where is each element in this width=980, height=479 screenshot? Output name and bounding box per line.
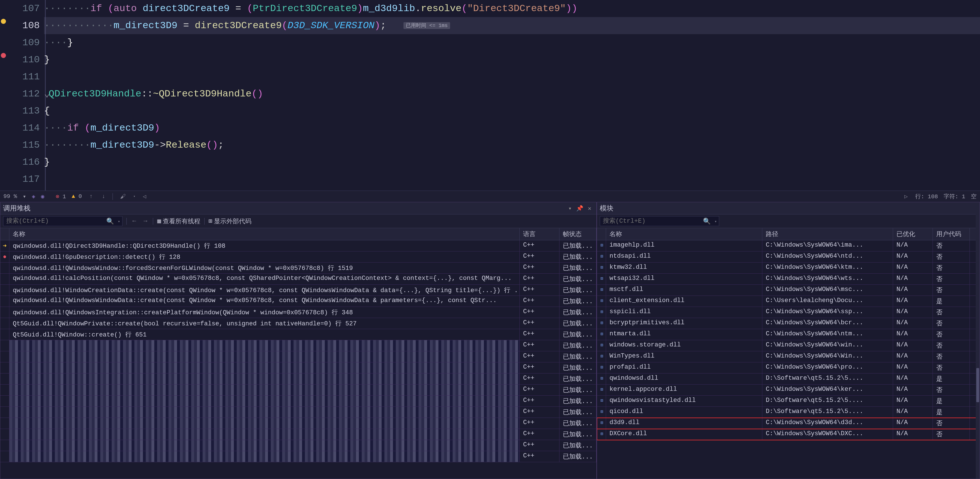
col-header-lang[interactable]: 语言 [520,228,560,240]
code-content[interactable]: ········if (auto direct3DCreate9 = (PtrD… [44,0,980,191]
callstack-row[interactable]: C++已加载... [0,418,597,429]
line-number: 114 [7,120,40,137]
fold-arrow-icon[interactable]: ⌄ [44,85,49,102]
callstack-row[interactable]: qwindowsd.dll!QWindowsIntegration::creat… [0,307,597,318]
callstack-row[interactable]: C++已加载... [0,374,597,385]
module-name: kernel.appcore.dll [606,385,762,395]
code-editor[interactable]: 107108109110111112113114115116117 ······… [0,0,980,191]
member-direct3d9[interactable]: m_direct3D9 [91,123,154,133]
callstack-row[interactable]: qwindowsd.dll!QWindowsWindow::forcedScre… [0,263,597,274]
module-row[interactable]: ⊞bcryptprimitives.dllC:\Windows\SysWOW64… [597,318,980,329]
module-row[interactable]: ⊞wtsapi32.dllC:\Windows\SysWOW64\wts...N… [597,274,980,285]
module-row[interactable]: ⊞qwindowsd.dllD:\Software\qt5.15.2\5....… [597,374,980,385]
nav-back-icon[interactable]: ← [131,217,138,225]
callstack-row[interactable]: C++已加载... [0,429,597,440]
module-row[interactable]: ⊞client_extension.dllC:\Users\lealcheng\… [597,296,980,307]
module-row[interactable]: ⊞profapi.dllC:\Windows\SysWOW64\pro...N/… [597,362,980,374]
callstack-rows[interactable]: ➜qwindowsd.dll!QDirect3D9Handle::QDirect… [0,240,597,479]
show-external-button[interactable]: ⊞显示外部代码 [208,217,251,225]
member-d3d9lib[interactable]: m_d3d9lib [363,3,415,14]
modules-rows[interactable]: ⊞imagehlp.dllC:\Windows\SysWOW64\ima...N… [597,240,980,479]
callstack-row[interactable]: C++已加载... [0,451,597,462]
error-icon[interactable]: ⊗ [56,193,59,200]
callstack-row[interactable]: Qt5Guid.dll!QWindow::create() 行 651C++已加… [0,329,597,340]
frame-lang: C++ [520,374,560,384]
module-row[interactable]: ⊞windows.storage.dllC:\Windows\SysWOW64\… [597,340,980,351]
callstack-row[interactable]: C++已加载... [0,340,597,351]
module-optimized: N/A [893,251,933,262]
search-icon[interactable]: 🔍 [703,217,711,225]
module-row[interactable]: ⊞ntdsapi.dllC:\Windows\SysWOW64\ntd...N/… [597,251,980,263]
member-direct3d9[interactable]: m_direct3D9 [91,140,154,150]
circle-icon[interactable]: ◉ [41,193,45,200]
arrow-up-icon[interactable]: ↑ [88,193,94,200]
brush-icon[interactable]: 🖌 [118,193,127,200]
var-direct3dcreate9[interactable]: direct3DCreate9 [143,3,229,14]
frame-name: qwindowsd.dll!GpuDescription::detect() 行… [10,251,520,262]
callstack-row[interactable]: qwindowsd.dll!QWindowsWindowData::create… [0,296,597,307]
callstack-header: 名称 语言 帧状态 [0,228,597,240]
scrollbar-vertical[interactable] [976,202,980,479]
module-row[interactable]: ⊞ntmarta.dllC:\Windows\SysWOW64\ntm...N/… [597,329,980,340]
zoom-level[interactable]: 99 % [3,193,17,200]
play-left-icon[interactable]: ◁ [141,193,148,200]
module-row[interactable]: ⊞qicod.dllD:\Software\qt5.15.2\5....N/A是 [597,407,980,418]
callstack-row[interactable]: qwindowsd.dll!calcPosition(const QWindow… [0,274,597,285]
callstack-row[interactable]: C++已加载... [0,407,597,418]
warning-icon[interactable]: ▲ [72,193,75,200]
col-header-state[interactable]: 帧状态 [560,228,597,240]
class-name[interactable]: QDirect3D9Handle [49,88,141,99]
col-header-user[interactable]: 用户代码 [933,228,970,240]
whitespace-mode[interactable]: 空 [971,193,977,200]
module-row[interactable]: ⊞d3d9.dllC:\Windows\SysWOW64\d3d...N/A否 [597,418,980,429]
callstack-row[interactable]: Qt5Guid.dll!QWindowPrivate::create(bool … [0,318,597,329]
pin-icon[interactable]: 📌 [574,205,585,212]
frame-icon [0,418,10,429]
callstack-row[interactable]: ➜qwindowsd.dll!QDirect3D9Handle::QDirect… [0,240,597,251]
module-row[interactable]: ⊞kernel.appcore.dllC:\Windows\SysWOW64\k… [597,385,980,396]
close-icon[interactable]: ✕ [585,205,593,212]
search-icon[interactable]: 🔍 [106,217,114,225]
module-row[interactable]: ⊞sspicli.dllC:\Windows\SysWOW64\ssp...N/… [597,307,980,318]
const-sdk-version[interactable]: D3D_SDK_VERSION [288,20,374,31]
callstack-row[interactable]: C++已加载... [0,385,597,396]
module-usercode: 否 [933,263,970,273]
nav-icon[interactable]: ◈ [32,193,35,200]
dropdown-icon[interactable]: ▾ [566,205,574,212]
view-threads-button[interactable]: ▦查看所有线程 [157,217,200,225]
col-header-name[interactable]: 名称 [10,228,520,240]
current-line-indicator[interactable] [1,19,6,24]
chevron-down-icon[interactable]: ▾ [23,193,26,200]
callstack-row[interactable]: C++已加载... [0,396,597,407]
modules-search-input[interactable] [600,216,719,226]
col-header-path[interactable]: 路径 [762,228,893,240]
scrollbar-thumb[interactable] [976,368,979,402]
frame-state: 已加载... [560,240,597,251]
play-right-icon[interactable]: ▷ [903,193,910,200]
callstack-row[interactable]: C++已加载... [0,440,597,451]
module-row[interactable]: ⊞DXCore.dllC:\Windows\SysWOW64\DXC...N/A… [597,429,980,440]
breakpoint-gutter[interactable] [0,0,7,191]
module-row[interactable]: ⊞ktmw32.dllC:\Windows\SysWOW64\ktm...N/A… [597,263,980,274]
col-header-name[interactable]: 名称 [606,228,762,240]
col-header-opt[interactable]: 已优化 [893,228,933,240]
chevron-down-icon[interactable]: ▾ [133,194,135,198]
callstack-search-input[interactable] [3,216,123,226]
module-row[interactable]: ⊞imagehlp.dllC:\Windows\SysWOW64\ima...N… [597,240,980,251]
callstack-row[interactable]: C++已加载... [0,362,597,374]
current-frame-icon: ➜ [0,240,10,251]
frame-icon [0,385,10,395]
module-row[interactable]: ⊞WinTypes.dllC:\Windows\SysWOW64\Win...N… [597,351,980,362]
breakpoint-marker[interactable] [1,53,6,58]
arrow-down-icon[interactable]: ↓ [100,193,107,200]
callstack-row[interactable]: ●qwindowsd.dll!GpuDescription::detect() … [0,251,597,263]
module-row[interactable]: ⊞qwindowsvistastyled.dllD:\Software\qt5.… [597,396,980,407]
nav-fwd-icon[interactable]: → [142,217,149,225]
chevron-down-icon[interactable]: ▾ [118,219,120,224]
callstack-row[interactable]: C++已加载... [0,351,597,362]
chevron-down-icon[interactable]: ▾ [714,219,717,224]
module-row[interactable]: ⊞msctf.dllC:\Windows\SysWOW64\msc...N/A否 [597,285,980,296]
module-usercode: 否 [933,318,970,329]
member-direct3d9[interactable]: m_direct3D9 [114,20,177,31]
callstack-row[interactable]: qwindowsd.dll!WindowCreationData::create… [0,285,597,296]
